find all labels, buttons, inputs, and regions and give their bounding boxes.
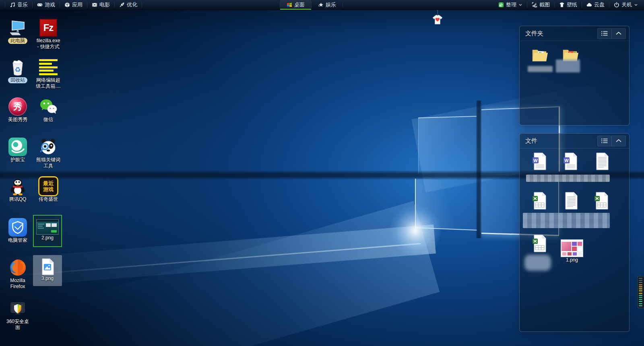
desktop-icon-legend-game[interactable]: 最近游戏传奇盛世 bbox=[33, 174, 64, 202]
pc-manager-icon bbox=[8, 217, 27, 237]
tab-desktop[interactable]: 桌面 bbox=[280, 0, 311, 10]
volume-meter-widget[interactable] bbox=[637, 276, 644, 308]
redacted-file-names bbox=[523, 213, 610, 228]
dropdown-caret-icon[interactable] bbox=[634, 3, 638, 7]
desktop-icon-meitu[interactable]: 秀美图秀秀 bbox=[2, 94, 33, 123]
star-icon bbox=[318, 2, 324, 8]
collapse-panel-button[interactable] bbox=[611, 29, 625, 39]
legend-game-label: 传奇盛世 bbox=[39, 196, 58, 202]
volume-meter-bar bbox=[639, 299, 642, 300]
desktop-icon-eye-care[interactable]: 护眼宝 bbox=[2, 134, 33, 163]
png-3-icon bbox=[38, 258, 57, 276]
pc-manager-label: 电脑管家 bbox=[8, 237, 27, 243]
file-item-file-excel-3[interactable] bbox=[531, 234, 549, 253]
360-desktop-label-2: 面 bbox=[15, 325, 20, 331]
apps-icon bbox=[64, 2, 70, 8]
collapse-panel-button[interactable] bbox=[611, 136, 625, 146]
desktop-icon-firefox[interactable]: MozillaFirefox bbox=[2, 255, 33, 290]
movies-icon bbox=[92, 2, 97, 8]
desktop-icon-panda-keyword[interactable]: 熊猫关键词工具 bbox=[33, 134, 64, 169]
topbar-action-screenshot-label: 截图 bbox=[539, 1, 550, 8]
desktop-icon-filezilla[interactable]: Fzfilezilla.exe- 快捷方式 bbox=[33, 15, 64, 50]
chevron-down-icon[interactable] bbox=[0, 0, 5, 10]
folders-panel: 文件夹 bbox=[519, 26, 630, 126]
shutdown-icon bbox=[614, 2, 619, 8]
optimize-icon bbox=[119, 2, 125, 8]
games-icon bbox=[37, 2, 43, 8]
volume-meter-bar bbox=[639, 293, 642, 294]
desktop-icon-recycle-bin[interactable]: ♻回收站 bbox=[2, 55, 33, 83]
desktop-screen: 音乐游戏应用电影优化 桌面娱乐 整理截图壁纸云盘关机 此电脑Fzfilezill… bbox=[0, 0, 644, 346]
topbar-item-apps-label: 应用 bbox=[72, 1, 83, 8]
file-item-file-excel-2[interactable] bbox=[593, 191, 611, 210]
desktop-icon-png-3[interactable]: 3.png bbox=[33, 255, 62, 286]
topbar-action-shutdown[interactable]: 关机 bbox=[609, 0, 642, 10]
volume-meter-bar bbox=[639, 280, 642, 281]
topbar-item-optimize-label: 优化 bbox=[127, 1, 137, 8]
wechat-label: 微信 bbox=[43, 117, 53, 123]
topbar-item-optimize[interactable]: 优化 bbox=[115, 0, 142, 10]
desktop-icon-png-2[interactable]: 2.png bbox=[33, 215, 62, 247]
tab-entertainment[interactable]: 娱乐 bbox=[312, 0, 343, 10]
wallpaper-icon bbox=[559, 2, 565, 8]
top-dock-bar: 音乐游戏应用电影优化 桌面娱乐 整理截图壁纸云盘关机 bbox=[0, 0, 644, 10]
topbar-item-music[interactable]: 音乐 bbox=[5, 0, 32, 10]
desktop-icon-this-pc[interactable]: 此电脑 bbox=[2, 15, 33, 44]
tab-entertainment-label: 娱乐 bbox=[326, 1, 336, 8]
png-3-label: 3.png bbox=[41, 276, 54, 282]
desktop-icon-360-desktop[interactable]: 360安全桌面 bbox=[2, 296, 33, 331]
folders-panel-title: 文件夹 bbox=[525, 30, 543, 37]
files-panel-buttons bbox=[597, 136, 626, 146]
dropdown-caret-icon[interactable] bbox=[518, 3, 522, 7]
firefox-icon bbox=[8, 257, 27, 278]
screenshot-icon bbox=[532, 2, 537, 8]
panda-keyword-label-2: 工具 bbox=[43, 163, 53, 169]
files-panel: 文件 WW1.png bbox=[519, 133, 630, 332]
topbar-action-wallpaper[interactable]: 壁纸 bbox=[555, 0, 582, 10]
list-icon bbox=[601, 138, 608, 144]
list-view-button[interactable] bbox=[598, 29, 611, 39]
file-item-file-text-1[interactable] bbox=[593, 152, 611, 171]
volume-meter-bar bbox=[639, 288, 642, 289]
file-item-file-image-1[interactable]: 1.png bbox=[561, 239, 583, 263]
tshirt-heart-icon bbox=[431, 14, 444, 25]
file-item-file-word-2[interactable]: W bbox=[562, 152, 580, 171]
topbar-item-games[interactable]: 游戏 bbox=[33, 0, 60, 10]
desktop-icon-pc-manager[interactable]: 电脑管家 bbox=[2, 215, 33, 243]
png-2-label: 2.png bbox=[41, 235, 54, 241]
folder-item-folder-1[interactable] bbox=[530, 47, 549, 64]
recycle-bin-label: 回收站 bbox=[8, 77, 27, 83]
file-item-file-text-2[interactable] bbox=[562, 191, 580, 210]
web-toolbox-label-2: 级工具箱.... bbox=[36, 83, 60, 89]
list-view-button[interactable] bbox=[598, 136, 611, 146]
topbar-action-cloud[interactable]: 云盘 bbox=[582, 0, 609, 10]
chevron-up-icon bbox=[615, 31, 622, 35]
panda-keyword-icon bbox=[39, 137, 58, 157]
volume-meter-bar bbox=[639, 295, 642, 296]
360-desktop-label-1: 360安全桌 bbox=[6, 319, 29, 325]
windows-flag-icon bbox=[287, 2, 292, 8]
topbar-right-group: 整理截图壁纸云盘关机 bbox=[494, 0, 642, 10]
topbar-separator bbox=[142, 2, 142, 8]
svg-text:♻: ♻ bbox=[14, 66, 21, 74]
topbar-action-screenshot[interactable]: 截图 bbox=[527, 0, 554, 10]
web-toolbox-icon bbox=[39, 57, 58, 77]
topbar-item-apps[interactable]: 应用 bbox=[60, 0, 87, 10]
firefox-label-2: Firefox bbox=[10, 284, 25, 290]
topbar-action-organize[interactable]: 整理 bbox=[494, 0, 527, 10]
volume-meter-bar bbox=[639, 286, 642, 287]
desktop-icon-web-toolbox[interactable]: 网络编辑超级工具箱.... bbox=[33, 55, 64, 89]
topbar-item-movies[interactable]: 电影 bbox=[87, 0, 114, 10]
folders-panel-buttons bbox=[597, 28, 626, 39]
file-item-file-excel-1[interactable] bbox=[531, 191, 549, 210]
desktop-icon-tencent-qq[interactable]: 腾讯QQ bbox=[2, 174, 33, 202]
this-pc-icon bbox=[8, 18, 27, 38]
wechat-icon bbox=[39, 97, 58, 117]
png-2-icon bbox=[36, 219, 59, 235]
file-item-file-word-1[interactable]: W bbox=[531, 152, 549, 171]
tab-desktop-label: 桌面 bbox=[294, 1, 305, 8]
music-icon bbox=[10, 2, 15, 8]
desktop-icon-wechat[interactable]: 微信 bbox=[33, 94, 64, 123]
topbar-action-cloud-label: 云盘 bbox=[594, 1, 605, 8]
this-pc-label: 此电脑 bbox=[8, 38, 27, 44]
